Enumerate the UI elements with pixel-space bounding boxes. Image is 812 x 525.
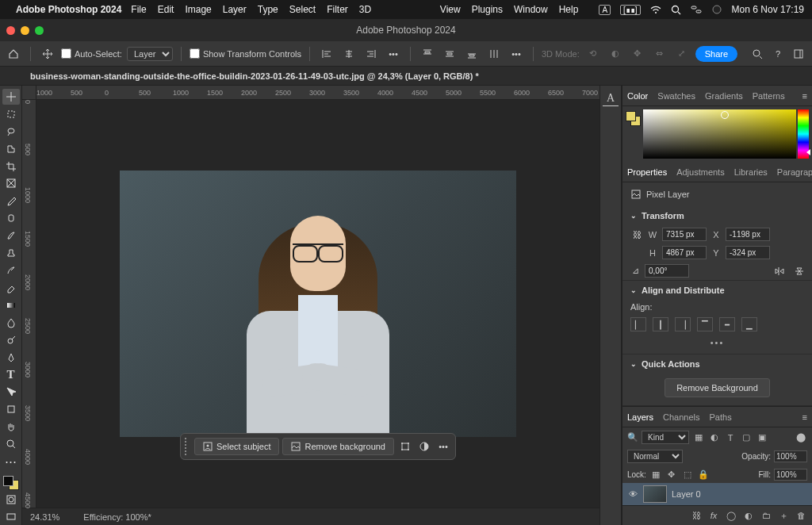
more-icon[interactable]: •••	[435, 439, 451, 454]
drag-handle-icon[interactable]	[185, 438, 188, 455]
distribute-bottom-icon[interactable]	[463, 45, 481, 63]
align-left-button[interactable]: ▏	[630, 317, 646, 331]
color-swatches[interactable]	[3, 476, 19, 490]
blend-mode-select[interactable]: Normal	[627, 450, 683, 463]
adjustment-icon[interactable]	[416, 439, 432, 454]
eraser-tool[interactable]	[2, 280, 20, 296]
menu-layer[interactable]: Layer	[223, 4, 247, 15]
panel-menu-icon[interactable]: ≡	[802, 412, 807, 422]
quick-actions-header[interactable]: ⌄Quick Actions	[622, 354, 812, 374]
filter-adjust-icon[interactable]: ◐	[708, 431, 721, 444]
window-minimize-button[interactable]	[21, 26, 29, 35]
ruler-vertical[interactable]: 050010001500200025003000350040004500	[22, 100, 36, 508]
remove-background-button[interactable]: Remove background	[282, 438, 394, 455]
show-transform-checkbox[interactable]: Show Transform Controls	[190, 48, 301, 59]
tab-channels[interactable]: Channels	[663, 412, 699, 422]
tab-adjustments[interactable]: Adjustments	[676, 167, 725, 177]
gradient-tool[interactable]	[2, 297, 20, 313]
menu-help[interactable]: Help	[559, 4, 579, 15]
filter-type-icon[interactable]: T	[724, 431, 737, 444]
lock-pixels-icon[interactable]: ▦	[649, 468, 662, 481]
tab-gradients[interactable]: Gradients	[705, 91, 743, 101]
move-tool-icon[interactable]	[39, 45, 56, 63]
overflow-icon-2[interactable]: •••	[508, 45, 525, 63]
layer-mask-icon[interactable]: ◯	[725, 509, 737, 522]
menu-view[interactable]: View	[440, 4, 461, 15]
frame-tool[interactable]	[2, 176, 20, 192]
filter-pixel-icon[interactable]: ▦	[692, 431, 705, 444]
dodge-tool[interactable]	[2, 332, 20, 348]
document-tab[interactable]: business-woman-standing-outside-the-offi…	[22, 71, 487, 81]
align-center-v-button[interactable]: ━	[719, 317, 735, 331]
brush-tool[interactable]	[2, 228, 20, 243]
app-name[interactable]: Adobe Photoshop 2024	[16, 4, 121, 15]
tab-paragraph[interactable]: Paragraph	[777, 167, 812, 177]
menu-type[interactable]: Type	[258, 4, 278, 15]
character-panel-icon[interactable]: A	[603, 90, 619, 106]
align-right-button[interactable]: ▕	[675, 317, 691, 331]
delete-layer-icon[interactable]: 🗑	[795, 509, 807, 522]
height-input[interactable]	[662, 246, 707, 259]
workspace-icon[interactable]	[790, 45, 807, 63]
control-center-icon[interactable]	[691, 6, 702, 13]
flip-vertical-icon[interactable]	[795, 266, 804, 277]
layer-fx-icon[interactable]: fx	[707, 509, 720, 522]
healing-tool[interactable]	[2, 210, 20, 226]
window-close-button[interactable]	[6, 26, 15, 35]
ruler-horizontal[interactable]: 1000500050010001500200025003000350040004…	[22, 86, 599, 100]
transform-icon[interactable]	[397, 439, 413, 454]
tab-paths[interactable]: Paths	[710, 412, 732, 422]
artboard-tool[interactable]	[2, 106, 20, 122]
distribute-spacing-icon[interactable]	[485, 45, 503, 63]
menu-3d[interactable]: 3D	[359, 4, 371, 15]
section-more-icon[interactable]: •••	[622, 335, 812, 354]
x-input[interactable]	[726, 228, 770, 241]
angle-input[interactable]	[645, 264, 689, 278]
transform-section-header[interactable]: ⌄Transform	[622, 206, 812, 225]
new-adjustment-icon[interactable]: ◐	[742, 509, 755, 522]
y-input[interactable]	[726, 246, 770, 259]
canvas-viewport[interactable]: Select subject Remove background •••	[36, 100, 599, 508]
efficiency-status[interactable]: Efficiency: 100%*	[83, 512, 151, 522]
tab-layers[interactable]: Layers	[627, 412, 653, 422]
align-top-button[interactable]: ▔	[697, 317, 713, 331]
selection-tool[interactable]	[2, 141, 20, 157]
menu-image[interactable]: Image	[185, 4, 211, 15]
quick-mask-icon[interactable]	[2, 492, 20, 508]
type-tool[interactable]: T	[2, 367, 20, 383]
lock-artboard-icon[interactable]: ⬚	[681, 468, 694, 481]
overflow-icon[interactable]: •••	[385, 45, 402, 63]
select-subject-button[interactable]: Select subject	[194, 438, 279, 455]
tab-patterns[interactable]: Patterns	[753, 91, 785, 101]
new-group-icon[interactable]: 🗀	[760, 509, 772, 522]
align-right-icon[interactable]	[362, 45, 380, 63]
visibility-icon[interactable]: 👁	[627, 489, 638, 499]
tab-swatches[interactable]: Swatches	[657, 91, 695, 101]
panel-menu-icon[interactable]: ≡	[802, 91, 807, 101]
auto-select-target[interactable]: Layer	[127, 47, 173, 61]
crop-tool[interactable]	[2, 159, 20, 174]
align-bottom-button[interactable]: ▁	[741, 317, 757, 331]
width-input[interactable]	[662, 228, 707, 241]
distribute-top-icon[interactable]	[419, 45, 436, 63]
flip-horizontal-icon[interactable]	[774, 266, 785, 276]
lasso-tool[interactable]	[2, 124, 20, 140]
color-picker[interactable]	[622, 106, 812, 162]
align-left-icon[interactable]	[318, 45, 335, 63]
toolbar-more-icon[interactable]: ⋯	[2, 454, 20, 469]
align-center-h-icon[interactable]	[340, 45, 358, 63]
layer-row[interactable]: 👁 Layer 0	[622, 483, 812, 505]
menu-window[interactable]: Window	[514, 4, 548, 15]
zoom-level[interactable]: 24.31%	[30, 512, 59, 522]
siri-icon[interactable]	[711, 4, 722, 15]
quick-action-remove-bg[interactable]: Remove Background	[665, 378, 770, 397]
menu-edit[interactable]: Edit	[158, 4, 174, 15]
tab-properties[interactable]: Properties	[627, 167, 667, 177]
color-field[interactable]	[643, 109, 796, 159]
window-zoom-button[interactable]	[35, 26, 44, 35]
menu-filter[interactable]: Filter	[327, 4, 348, 15]
history-brush-tool[interactable]	[2, 262, 20, 278]
path-tool[interactable]	[2, 384, 20, 400]
menu-file[interactable]: File	[131, 4, 146, 15]
shape-tool[interactable]	[2, 401, 20, 417]
